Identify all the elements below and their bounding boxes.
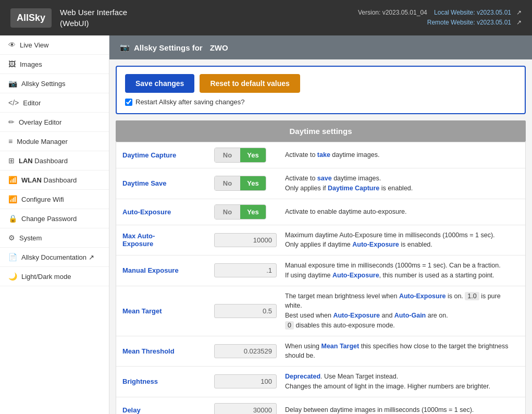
mean-threshold-input[interactable] xyxy=(214,344,277,358)
sidebar-item-editor[interactable]: </> Editor xyxy=(0,93,109,113)
pencil-icon: ✏ xyxy=(8,118,15,126)
sidebar-item-label: Module Manager xyxy=(17,138,68,145)
sidebar-item-overlay-editor[interactable]: ✏ Overlay Editor xyxy=(0,113,109,132)
mean-target-input[interactable] xyxy=(214,304,277,318)
row-desc-max-auto-exposure: Maximum daytime Auto-Exposure time in mi… xyxy=(285,230,519,250)
doc-icon: 📄 xyxy=(8,253,17,261)
sidebar-item-label: Allsky Settings xyxy=(21,80,66,88)
delay-input[interactable] xyxy=(214,403,277,415)
toggle-yes-button[interactable]: Yes xyxy=(240,148,266,162)
images-icon: 🖼 xyxy=(8,60,16,68)
main-layout: 👁 Live View 🖼 Images 📷 Allsky Settings <… xyxy=(0,35,532,414)
toggle-yes-button[interactable]: Yes xyxy=(240,176,266,190)
input-max-auto-exposure xyxy=(214,233,277,247)
wifi2-icon: 📶 xyxy=(8,195,17,203)
camera-name: ZWO xyxy=(210,43,228,52)
sidebar-item-label: Overlay Editor xyxy=(19,118,61,126)
toggle-group: No Yes xyxy=(214,176,266,191)
save-button[interactable]: Save changes xyxy=(125,74,194,93)
restart-checkbox[interactable] xyxy=(125,99,132,106)
row-label-delay: Delay xyxy=(122,406,206,414)
row-desc-manual-exposure: Manual exposure time in milliseconds (10… xyxy=(285,261,519,281)
restart-text: Restart Allsky after saving changes? xyxy=(135,98,245,106)
row-desc-auto-exposure: Activate to enable daytime auto-exposure… xyxy=(285,207,519,217)
sidebar-item-label: Images xyxy=(20,60,42,68)
table-row: Mean Threshold When using Mean Target th… xyxy=(116,336,525,367)
input-delay xyxy=(214,403,277,415)
settings-table: Daytime Capture No Yes Activate to take … xyxy=(116,142,526,414)
camera-icon: 📷 xyxy=(8,79,17,88)
action-panel: Save changes Reset to default values Res… xyxy=(116,66,526,114)
sidebar-item-label: Change Password xyxy=(21,215,77,223)
settings-header: 📷 Allsky Settings for ZWO xyxy=(109,35,532,59)
app-header: AllSky Web User Interface(WebUI) Version… xyxy=(0,0,532,35)
remote-website-link[interactable]: Remote Website: v2023.05.01 xyxy=(427,19,511,26)
sidebar-item-change-password[interactable]: 🔒 Change Password xyxy=(0,209,109,228)
table-row: Mean Target The target mean brightness l… xyxy=(116,286,525,336)
local-website-link[interactable]: Local Website: v2023.05.01 xyxy=(434,9,511,16)
sidebar-item-allsky-settings[interactable]: 📷 Allsky Settings xyxy=(0,74,109,93)
sidebar-item-configure-wifi[interactable]: 📶 Configure Wifi xyxy=(0,190,109,209)
row-label-auto-exposure: Auto-Exposure xyxy=(122,208,206,216)
settings-header-prefix: Allsky Settings for xyxy=(134,43,203,52)
app-logo: AllSky xyxy=(10,8,52,28)
gear-icon: ⚙ xyxy=(8,234,15,242)
table-row: Delay Delay between daytime images in mi… xyxy=(116,397,525,415)
toggle-no-button[interactable]: No xyxy=(215,205,240,219)
action-buttons: Save changes Reset to default values xyxy=(125,74,516,93)
wifi-icon: 📶 xyxy=(8,176,17,184)
sidebar-item-documentation[interactable]: 📄 Allsky Documentation ↗ xyxy=(0,248,109,267)
row-desc-mean-target: The target mean brightness level when Au… xyxy=(285,291,519,331)
main-content: 📷 Allsky Settings for ZWO Save changes R… xyxy=(109,35,532,414)
table-row: Daytime Save No Yes Activate to save day… xyxy=(116,168,525,199)
sidebar-item-wlan-dashboard[interactable]: 📶 WLAN Dashboard xyxy=(0,171,109,190)
row-label-max-auto-exposure: Max Auto-Exposure xyxy=(122,232,206,248)
sidebar-item-module-manager[interactable]: ≡ Module Manager xyxy=(0,132,109,151)
moon-icon: 🌙 xyxy=(8,272,17,281)
lock-icon: 🔒 xyxy=(8,214,17,223)
table-row: Manual Exposure Manual exposure time in … xyxy=(116,255,525,286)
sidebar-item-label: System xyxy=(19,234,42,242)
sidebar-item-label: Live View xyxy=(20,41,48,49)
row-label-mean-threshold: Mean Threshold xyxy=(122,347,206,355)
settings-header-icon: 📷 xyxy=(120,43,130,52)
row-label-mean-target: Mean Target xyxy=(122,307,206,315)
sidebar-item-label: WLAN Dashboard xyxy=(21,176,77,184)
manual-exposure-input[interactable] xyxy=(214,263,277,277)
input-manual-exposure xyxy=(214,263,277,277)
brightness-input[interactable] xyxy=(214,374,277,388)
row-label-brightness: Brightness xyxy=(122,378,206,385)
toggle-auto-exposure: No Yes xyxy=(214,204,277,220)
sidebar-item-images[interactable]: 🖼 Images xyxy=(0,55,109,74)
sidebar-item-lan-dashboard[interactable]: ⊞ LAN Dashboard xyxy=(0,151,109,171)
toggle-yes-button[interactable]: Yes xyxy=(240,205,266,219)
version-text: Version: v2023.05.01_04 xyxy=(358,9,427,16)
input-mean-threshold xyxy=(214,344,277,358)
table-row: Daytime Capture No Yes Activate to take … xyxy=(116,142,525,168)
sidebar-item-light-dark-mode[interactable]: 🌙 Light/Dark mode xyxy=(0,267,109,286)
toggle-no-button[interactable]: No xyxy=(215,176,240,190)
toggle-daytime-capture: No Yes xyxy=(214,148,277,163)
row-label-daytime-save: Daytime Save xyxy=(122,179,206,187)
row-desc-brightness: Deprecated. Use Mean Target instead.Chan… xyxy=(285,372,519,392)
input-brightness xyxy=(214,374,277,388)
toggle-no-button[interactable]: No xyxy=(215,148,240,162)
toggle-daytime-save: No Yes xyxy=(214,176,277,191)
restart-checkbox-label[interactable]: Restart Allsky after saving changes? xyxy=(125,98,516,106)
row-desc-daytime-save: Activate to save daytime images.Only app… xyxy=(285,174,519,193)
row-desc-daytime-capture: Activate to take daytime images. xyxy=(285,150,519,160)
code-icon: </> xyxy=(8,99,19,107)
row-desc-delay: Delay between daytime images in millisec… xyxy=(285,405,519,414)
max-auto-exposure-input[interactable] xyxy=(214,233,277,247)
row-label-daytime-capture: Daytime Capture xyxy=(122,151,206,159)
input-mean-target xyxy=(214,304,277,318)
sidebar-item-label: LAN Dashboard xyxy=(19,157,68,165)
row-desc-mean-threshold: When using Mean Target this specifies ho… xyxy=(285,342,519,361)
reset-button[interactable]: Reset to default values xyxy=(200,74,300,93)
row-label-manual-exposure: Manual Exposure xyxy=(122,266,206,274)
sidebar-item-live-view[interactable]: 👁 Live View xyxy=(0,35,109,55)
sidebar-item-label: Allsky Documentation ↗ xyxy=(21,253,94,261)
table-row: Brightness Deprecated. Use Mean Target i… xyxy=(116,367,525,397)
eye-icon: 👁 xyxy=(8,41,16,49)
sidebar-item-system[interactable]: ⚙ System xyxy=(0,228,109,248)
